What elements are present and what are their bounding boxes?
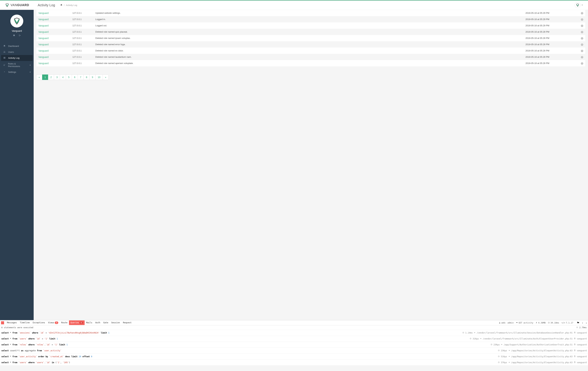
debug-tab-views[interactable]: Views5 [47,321,60,325]
sidebar-item-activity-log[interactable]: Activity Log [1,55,33,61]
sidebar-nav: Dashboard Users Activity Log Roles & Per… [0,43,34,75]
time-cell: 2018-05-16 at 05:29 PM [525,18,577,20]
info-icon[interactable]: i [581,18,583,21]
user-link[interactable]: Vanguard [38,49,49,52]
page-5[interactable]: 5 [66,74,72,80]
user-link[interactable]: Vanguard [38,18,49,21]
home-icon[interactable] [60,4,63,7]
svg-rect-6 [4,58,4,59]
time-cell: 2018-05-16 at 05:28 PM [525,56,577,58]
minimize-icon[interactable]: ▾ [582,322,583,324]
sidebar-item-users[interactable]: Users [0,49,34,55]
debug-tab-route[interactable]: Route [60,321,69,325]
user-link[interactable]: Vanguard [38,62,49,65]
debugbar-logo-icon[interactable] [1,321,4,324]
debug-user[interactable]: web: admin [499,322,514,324]
page-8[interactable]: 8 [84,74,90,80]
message-cell: Deleted role named laudantium nam. [95,56,525,58]
page-10[interactable]: 10 [95,74,103,80]
sql-query-row[interactable]: select * from `users` where `id` = '1' l… [0,336,588,342]
brand-text: VANGUARD [10,3,29,7]
table-row: Vanguard 127.0.0.1 Updated website setti… [36,10,585,16]
sidebar-username: Vanguard [0,30,34,32]
sql-text: select count(*) as aggregate from `user_… [1,350,62,352]
debug-tab-messages[interactable]: Messages [5,321,18,325]
sidebar-item-roles-permissions[interactable]: Roles & Permissions ▾ [0,61,34,69]
ip-cell: 127.0.0.1 [72,30,95,33]
page-prev[interactable]: « [36,74,42,80]
debug-summary-text: 6 statements were executed [1,326,33,329]
time-cell: 2018-05-16 at 05:28 PM [525,49,577,52]
page-6[interactable]: 6 [72,74,78,80]
page-next[interactable]: » [103,74,109,80]
sidebar-item-label: Dashboard [8,45,19,47]
brand[interactable]: VANGUARD [5,3,29,7]
sql-query-row[interactable]: select * from `sessions` where `id` = 'd… [0,330,588,336]
page-2[interactable]: 2 [48,74,54,80]
page-1[interactable]: 1 [42,74,48,80]
debug-tab-queries[interactable]: Queries6 [69,321,85,325]
debug-tab-session[interactable]: Session [110,321,122,325]
sql-text: select * from `users` where `users`.`id`… [1,361,70,364]
debug-tab-request[interactable]: Request [121,321,133,325]
page-9[interactable]: 9 [89,74,95,80]
header: VANGUARD Activity Log / Activity Log [0,0,588,10]
sql-query-row[interactable]: select * from `user_activity` order by `… [0,354,588,360]
sql-query-row[interactable]: select * from `users` where `users`.`id`… [0,360,588,366]
sql-meta: 1.14ms /vendor/laravel/framework/src/Ill… [462,332,587,334]
page-title: Activity Log [38,3,55,7]
page-4[interactable]: 4 [60,74,66,80]
ip-cell: 127.0.0.1 [72,12,95,14]
folder-icon[interactable] [577,322,580,324]
debug-route[interactable]: GET activity [516,322,533,324]
info-icon[interactable]: i [581,37,583,40]
user-link[interactable]: Vanguard [38,37,49,40]
gear-icon[interactable] [13,34,15,37]
info-icon[interactable]: i [581,25,583,27]
svg-point-22 [574,356,575,356]
logout-icon[interactable] [19,34,21,37]
info-icon[interactable]: i [581,43,583,46]
sidebar-item-settings[interactable]: Settings ▾ [0,69,34,75]
message-cell: Logged out. [95,24,525,27]
sql-query-list: select * from `sessions` where `id` = 'd… [0,330,588,366]
message-cell: Deleted role named error fuga. [95,43,525,46]
message-cell: Deleted role named quis placeat. [95,30,525,33]
sql-query-row[interactable]: select * from `roles` where `roles`.`id`… [0,342,588,348]
pagination: «12345678910» [36,74,585,80]
info-icon[interactable]: i [581,56,583,58]
sql-query-row[interactable]: select count(*) as aggregate from `user_… [0,348,588,354]
info-icon[interactable]: i [581,50,583,52]
sidebar-item-dashboard[interactable]: Dashboard [0,43,34,49]
close-icon[interactable]: ✕ [586,322,587,324]
avatar[interactable] [10,15,23,28]
breadcrumb-current: Activity Log [66,4,77,6]
svg-point-0 [4,51,5,52]
page-3[interactable]: 3 [54,74,60,80]
page-7[interactable]: 7 [78,74,84,80]
breadcrumb: / Activity Log [60,4,77,7]
debug-tab-mails[interactable]: Mails [85,321,94,325]
ip-cell: 127.0.0.1 [72,43,95,46]
message-cell: Updated website settings. [95,12,525,14]
info-icon[interactable]: i [581,12,583,14]
debug-tab-gate[interactable]: Gate [102,321,110,325]
user-link[interactable]: Vanguard [38,12,49,14]
sidebar: Vanguard Dashboard Users Activity Log Ro… [0,10,34,320]
info-icon[interactable]: i [581,62,583,65]
user-link[interactable]: Vanguard [38,56,49,58]
debugbar-tabs: MessagesTimelineExceptionsViews5RouteQue… [0,320,588,325]
info-icon[interactable]: i [581,31,583,33]
sql-text: select * from `roles` where `roles`.`id`… [1,343,68,346]
user-link[interactable]: Vanguard [38,43,49,46]
activity-table: Vanguard 127.0.0.1 Updated website setti… [36,10,585,66]
header-user-menu[interactable] [575,2,583,8]
table-row: Vanguard 127.0.0.1 Deleted role named ap… [36,60,585,66]
time-cell: 2018-05-16 at 05:29 PM [525,24,577,27]
user-link[interactable]: Vanguard [38,30,49,33]
debug-tab-auth[interactable]: Auth [94,321,102,325]
user-link[interactable]: Vanguard [38,24,49,27]
ip-cell: 127.0.0.1 [72,62,95,64]
debug-tab-timeline[interactable]: Timeline [18,321,31,325]
debug-tab-exceptions[interactable]: Exceptions [31,321,47,325]
